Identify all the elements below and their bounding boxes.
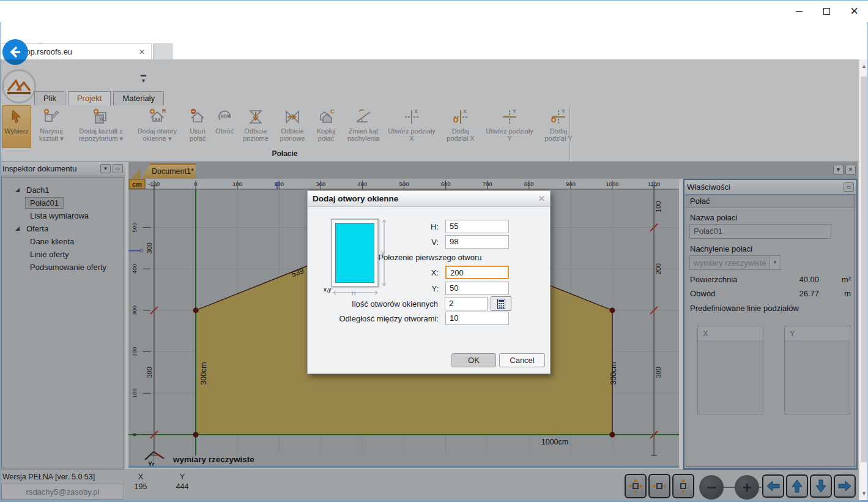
app-page: ▬▼ PlikProjektMateriały WybierzNarysuj k… [0,59,859,500]
h-label: H: [431,222,439,231]
dialog-close-icon[interactable]: ✕ [538,194,545,203]
v-input[interactable]: 98 [445,235,509,249]
dialog-titlebar[interactable]: Dodaj otwory okienne ✕ [308,191,550,207]
cancel-button[interactable]: Cancel [499,353,545,367]
dialog-title: Dodaj otwory okienne [313,194,398,203]
x-input[interactable]: 200 [445,266,509,279]
calculator-icon [497,299,505,309]
browser-navbar: http://app.rsroofs.eu/pl/RSD5/RSD5 ▼ Wys… [0,22,868,43]
window-maximize-button[interactable] [813,1,840,22]
v-label: V: [431,238,439,247]
preview-h-label: H [352,290,356,296]
first-opening-position-label: Położenie pierwszego otworu [369,253,491,262]
browser-tabbar: app.rsroofs.eu ✕ [0,43,868,59]
openings-spacing-input[interactable]: 10 [445,312,509,325]
x-label: X: [431,268,439,277]
minimize-icon [796,11,803,12]
back-arrow-icon [9,45,22,59]
preview-origin-label: x,y [324,287,332,293]
openings-spacing-label: Odległość między otworami: [339,314,439,323]
count-calculator-button[interactable] [491,296,511,311]
window-close-button[interactable]: ✕ [840,1,868,22]
window-minimize-button[interactable] [785,1,813,22]
y-input[interactable]: 50 [445,282,509,295]
tab-title: app.rsroofs.eu [21,47,72,56]
window-titlebar: ✕ [0,1,868,22]
y-label: Y: [431,284,439,293]
h-input[interactable]: 55 [445,220,509,233]
tab-close-icon[interactable]: ✕ [139,48,145,56]
ok-button[interactable]: OK [451,353,496,367]
maximize-icon [823,8,830,15]
add-window-openings-dialog: Dodaj otwory okienne ✕ V H x,y H:55 V:98… [307,190,551,374]
new-tab-button[interactable] [153,43,172,59]
browser-window: ✕ http://app.rsroofs.eu/pl/RSD5/RSD5 ▼ W… [0,0,868,502]
openings-count-input[interactable]: 2 [445,297,488,310]
openings-count-label: Ilość otworów okiennych [352,299,438,309]
